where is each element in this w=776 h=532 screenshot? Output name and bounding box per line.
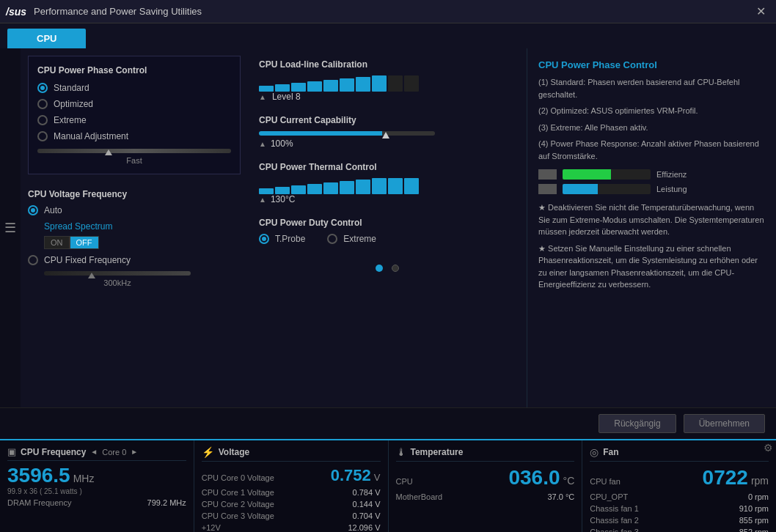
duty-radio-tprobe [259, 234, 269, 244]
radio-auto[interactable]: Auto [28, 205, 241, 215]
volt-value-4: 12.096 V [348, 523, 380, 532]
capability-arrow: ▲ [259, 140, 266, 148]
llc-seg-5 [323, 80, 338, 92]
right-panel: CPU Power Phase Control (1) Standard: Ph… [527, 48, 776, 407]
duty-row: T.Probe Extreme [259, 234, 516, 250]
gear-icon[interactable]: ⚙ [764, 442, 773, 454]
thermal-seg-9 [388, 178, 403, 194]
thermal-seg-10 [404, 178, 419, 194]
llc-seg-10 [404, 75, 419, 92]
right-desc-1: (1) Standard: Phasen werden basierend au… [538, 76, 765, 100]
fan-title: Fan [603, 447, 618, 457]
phase-control-title: CPU Power Phase Control [37, 65, 231, 75]
cpu-freq-next[interactable]: ► [131, 448, 138, 456]
cpu-freq-section: ▣ CPU Frequency ◄ Core 0 ► 3596.5 MHz 99… [0, 440, 194, 532]
page-dot-2[interactable] [392, 265, 399, 272]
fan-label-3: Chassis fan 2 [590, 516, 639, 525]
sidebar-toggle[interactable]: ☰ [0, 48, 21, 407]
spread-spectrum-label: Spread Spectrum [44, 221, 112, 232]
llc-value-row: ▲ Level 8 [259, 92, 516, 102]
radio-label-standard: Standard [54, 83, 89, 93]
core0-unit: V [374, 472, 381, 483]
phase-slider-label: Fast [37, 156, 231, 165]
fan-row-4: Chassis fan 3 852 rpm [590, 528, 769, 532]
fan-row-3: Chassis fan 2 855 rpm [590, 516, 769, 525]
duty-extreme[interactable]: Extreme [327, 234, 376, 244]
thermal-value: 130°C [271, 194, 296, 204]
right-panel-title: CPU Power Phase Control [538, 59, 765, 70]
phase-slider-thumb [105, 149, 112, 155]
freq-slider-area: 300kHz [44, 271, 241, 287]
right-note-2: ★ Setzen Sie Manuelle Einstellung zu ein… [538, 243, 765, 291]
energy-bar-leistung: Leistung [538, 184, 765, 194]
fan-value-2: 910 rpm [739, 504, 769, 513]
tab-cpu[interactable]: CPU [7, 29, 86, 48]
llc-arrow: ▲ [259, 93, 266, 101]
voltage-icon: ⚡ [202, 446, 214, 458]
volt-label-2: CPU Core 2 Voltage [202, 500, 274, 509]
volt-freq-title: CPU Voltage Frequency [28, 189, 241, 199]
capability-thumb [382, 132, 389, 138]
thermal-seg-4 [307, 184, 322, 194]
cpu-temp-unit: °C [563, 475, 575, 487]
llc-title: CPU Load-line Calibration [259, 59, 516, 70]
cpu-freq-value-row: 3596.5 MHz [7, 465, 186, 486]
cpu-freq-header: ▣ CPU Frequency ◄ Core 0 ► [7, 446, 186, 461]
middle-panel: CPU Load-line Calibration ▲ Level 8 CPU … [248, 48, 527, 407]
capability-slider[interactable] [259, 131, 435, 136]
toggle-off-button[interactable]: OFF [70, 236, 99, 249]
core0-label: CPU Core 0 Voltage [202, 473, 274, 482]
radio-manual[interactable]: Manual Adjustment [37, 131, 231, 141]
main-content: ☰ CPU Power Phase Control Standard Optim… [0, 48, 776, 407]
thermal-seg-5 [323, 182, 338, 194]
llc-seg-8 [372, 75, 387, 92]
duty-tprobe[interactable]: T.Probe [259, 234, 305, 244]
radio-extreme[interactable]: Extreme [37, 115, 231, 125]
page-dot-1[interactable] [376, 265, 383, 272]
toggle-on-button[interactable]: ON [44, 236, 70, 249]
cpu-temp-label: CPU [396, 477, 413, 486]
right-desc-4: (4) Power Phase Response: Anzahl aktiver… [538, 138, 765, 162]
bar-effizienz [563, 169, 651, 180]
thermal-seg-2 [275, 187, 290, 194]
fan-row-2: Chassis fan 1 910 rpm [590, 504, 769, 513]
temp-header: 🌡 Temperature [396, 446, 575, 462]
cpu-fixed-row[interactable]: CPU Fixed Frequency [28, 255, 241, 265]
mb-temp-value: 37.0 °C [547, 492, 574, 501]
cpu-freq-sub: 99.9 x 36 ( 25.1 watts ) [7, 487, 186, 495]
llc-seg-7 [356, 77, 370, 92]
action-bar: Rückgängig Übernehmen [0, 407, 776, 439]
cpu-freq-prev[interactable]: ◄ [90, 448, 98, 456]
thermal-seg-6 [340, 181, 354, 194]
cpu-core-label: Core 0 [102, 448, 126, 457]
phase-slider-track[interactable] [37, 149, 231, 153]
mb-temp-label: MotherBoard [396, 492, 443, 501]
radio-label-auto: Auto [44, 205, 62, 215]
fan-label-2: Chassis fan 1 [590, 504, 639, 513]
cpu-fan-label: CPU fan [590, 477, 621, 486]
dram-value: 799.2 MHz [147, 498, 186, 507]
apply-button[interactable]: Übernehmen [684, 414, 765, 433]
thermal-section: CPU Power Thermal Control ▲ 130°C [259, 162, 516, 204]
fan-header: ◎ Fan ⚙ [590, 446, 769, 462]
cpu-fan-unit: rpm [751, 475, 769, 487]
volt-value-2: 0.144 V [353, 500, 381, 509]
radio-label-optimized: Optimized [54, 99, 93, 109]
fan-icon: ◎ [590, 446, 599, 458]
fan-section: ◎ Fan ⚙ CPU fan 0722 rpm CPU_OPT 0 rpm C… [582, 440, 776, 532]
bar-fill-effizienz [563, 169, 611, 180]
phase-control-box: CPU Power Phase Control Standard Optimiz… [28, 56, 241, 174]
radio-circle-optimized [37, 99, 48, 109]
freq-slider-track[interactable] [44, 271, 191, 276]
freq-slider-thumb [88, 273, 95, 278]
bar-fill-leistung [563, 184, 598, 194]
left-panel: CPU Power Phase Control Standard Optimiz… [21, 48, 248, 407]
right-desc-2: (2) Optimized: ASUS optimiertes VRM-Prof… [538, 105, 765, 117]
bar-left-2 [538, 184, 557, 194]
cancel-button[interactable]: Rückgängig [599, 414, 676, 433]
radio-standard[interactable]: Standard [37, 83, 231, 93]
bar-label-leistung: Leistung [656, 185, 687, 193]
close-button[interactable]: ✕ [752, 3, 770, 20]
temperature-section: 🌡 Temperature CPU 036.0 °C MotherBoard 3… [389, 440, 583, 532]
radio-optimized[interactable]: Optimized [37, 99, 231, 109]
